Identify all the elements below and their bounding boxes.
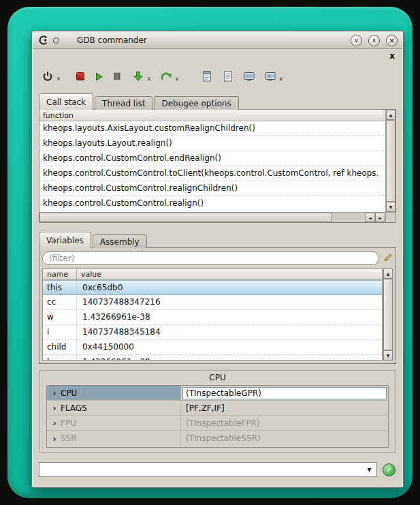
cpu-row[interactable]: › FLAGS [PF,ZF,IF] [47, 401, 388, 416]
dock-close-button[interactable]: x [389, 52, 395, 60]
scroll-left-button[interactable]: ◄ [365, 213, 375, 222]
expander-icon[interactable]: › [50, 403, 59, 412]
command-input[interactable] [39, 463, 363, 476]
step-into-dropdown[interactable]: ∨ [146, 76, 152, 82]
toolbar: ∨ ∨ [40, 64, 396, 89]
callstack-row[interactable]: kheops.control.CustomControl.endRealign(… [39, 151, 385, 166]
step-over-dropdown[interactable]: ∨ [174, 76, 180, 82]
register-group-value: (TInspectableFPR) [182, 418, 260, 428]
filter-input[interactable] [42, 251, 379, 265]
expander-icon[interactable]: › [50, 388, 59, 397]
eval-button[interactable] [263, 68, 278, 85]
tab-call-stack[interactable]: Call stack [39, 93, 93, 110]
teal-frame: GDB commander ∨ ∧ × x ∨ [7, 7, 413, 498]
register-group-name: SSR [61, 433, 77, 443]
register-value-editor[interactable] [182, 387, 387, 399]
pause-icon [112, 72, 122, 81]
window-title: GDB commander [77, 35, 147, 45]
messages-button[interactable] [199, 68, 214, 85]
step-into-button[interactable] [131, 68, 146, 85]
register-group-value: (TInspectableSSR) [182, 433, 261, 443]
scroll-thumb[interactable] [39, 213, 332, 222]
combo-dropdown-icon[interactable]: ▼ [364, 463, 374, 476]
command-bar: ▼ ✓ [39, 462, 396, 478]
eval-dropdown[interactable]: ∨ [278, 76, 285, 82]
call-stack-panel: function kheops.layouts.AxisLayout.custo… [39, 109, 396, 223]
power-button[interactable] [40, 68, 55, 85]
shade-button[interactable]: ∨ [351, 35, 362, 46]
scroll-thumb[interactable] [383, 279, 393, 350]
callstack-row[interactable]: kheops.control.CustomControl.toClient(kh… [39, 166, 385, 181]
variable-value: 140737488347216 [77, 295, 382, 309]
scroll-right-button[interactable]: ► [375, 213, 385, 222]
variable-row[interactable]: b 1.43266961e-38 [43, 355, 382, 361]
variables-vertical-scrollbar[interactable]: ▲ ▼ [383, 269, 393, 361]
close-button[interactable]: × [386, 35, 398, 46]
filter-row [42, 251, 379, 264]
column-header-name[interactable]: name [43, 269, 77, 279]
scroll-down-button[interactable]: ▼ [383, 350, 393, 361]
callstack-column-header[interactable]: function [39, 110, 385, 121]
power-dropdown[interactable]: ∨ [55, 76, 62, 82]
callstack-row[interactable]: kheops.layouts.AxisLayout.customRealignC… [39, 121, 385, 136]
callstack-list: kheops.layouts.AxisLayout.customRealignC… [39, 121, 385, 212]
callstack-vertical-scrollbar[interactable]: ▲ ▼ [385, 110, 395, 212]
step-over-button[interactable] [159, 68, 174, 85]
variable-row[interactable]: cc 140737488347216 [43, 295, 382, 310]
log-button[interactable] [221, 68, 236, 85]
cpu-group-title: CPU [39, 373, 395, 382]
pin-icon[interactable] [53, 37, 59, 44]
maximize-button[interactable]: ∧ [368, 35, 380, 46]
register-group-value: [PF,ZF,IF] [182, 403, 225, 413]
titlebar[interactable]: GDB commander ∨ ∧ × [33, 32, 402, 49]
callstack-row[interactable]: kheops.control.CustomControl.realignChil… [39, 181, 385, 196]
command-combobox[interactable]: ▼ [39, 462, 377, 477]
cpu-row[interactable]: › SSR (TInspectableSSR) [47, 431, 388, 446]
tab-assembly[interactable]: Assembly [93, 234, 147, 248]
cpu-register-table: › CPU › FLAGS [PF,ZF,IF] [46, 385, 389, 448]
send-command-button[interactable]: ✓ [383, 463, 395, 476]
scroll-up-button[interactable]: ▲ [383, 269, 393, 279]
power-icon [42, 71, 53, 82]
cpu-groupbox: CPU › CPU › FLAGS [39, 370, 396, 453]
variable-value: 1.43266961e-38 [77, 310, 382, 324]
pen-icon [384, 253, 393, 262]
cpu-row[interactable]: › FPU (TInspectableFPR) [47, 416, 388, 431]
gdb-commander-window: GDB commander ∨ ∧ × x ∨ [31, 31, 404, 488]
variable-name: cc [43, 295, 77, 309]
tab-variables[interactable]: Variables [39, 232, 91, 248]
register-group-name: CPU [61, 388, 77, 398]
expander-icon[interactable]: › [50, 418, 59, 427]
callstack-row[interactable]: kheops.layouts.Layout.realign() [39, 136, 385, 151]
variable-name: i [43, 325, 77, 339]
variables-header: name value [43, 269, 382, 280]
variable-row[interactable]: child 0x44150000 [43, 340, 382, 355]
stop-button[interactable] [73, 68, 88, 85]
scroll-down-button[interactable]: ▼ [386, 202, 395, 212]
pause-button[interactable] [110, 68, 125, 85]
expander-icon[interactable]: › [50, 434, 59, 443]
variable-value: 0xc65db0 [77, 281, 382, 294]
variable-row[interactable]: i 140737488345184 [43, 325, 382, 340]
variable-row[interactable]: this 0xc65db0 [43, 280, 382, 295]
variable-value: 140737488345184 [77, 325, 382, 339]
dock-header: x [33, 49, 402, 64]
filter-pen-button[interactable] [383, 251, 393, 262]
memory-button[interactable] [242, 68, 257, 85]
scroll-thumb[interactable] [386, 120, 395, 202]
variable-name: b [43, 355, 77, 361]
app-icon[interactable] [37, 34, 50, 46]
tab-debugee-options[interactable]: Debugee options [154, 96, 238, 110]
callstack-horizontal-scrollbar[interactable]: ◄ ► [39, 212, 385, 222]
column-header-value[interactable]: value [77, 269, 382, 279]
scroll-up-button[interactable]: ▲ [386, 110, 395, 120]
variables-panel: name value this 0xc65db0 cc 140737488347… [39, 247, 396, 364]
variable-name: w [43, 310, 77, 324]
callstack-row[interactable]: kheops.control.CustomControl.realign() [39, 196, 385, 211]
variables-table: name value this 0xc65db0 cc 140737488347… [42, 269, 383, 361]
cpu-row[interactable]: › CPU [47, 386, 388, 401]
variable-row[interactable]: w 1.43266961e-38 [43, 310, 382, 325]
register-group-name: FPU [61, 418, 76, 428]
run-button[interactable] [91, 68, 106, 85]
tab-thread-list[interactable]: Thread list [95, 96, 152, 110]
